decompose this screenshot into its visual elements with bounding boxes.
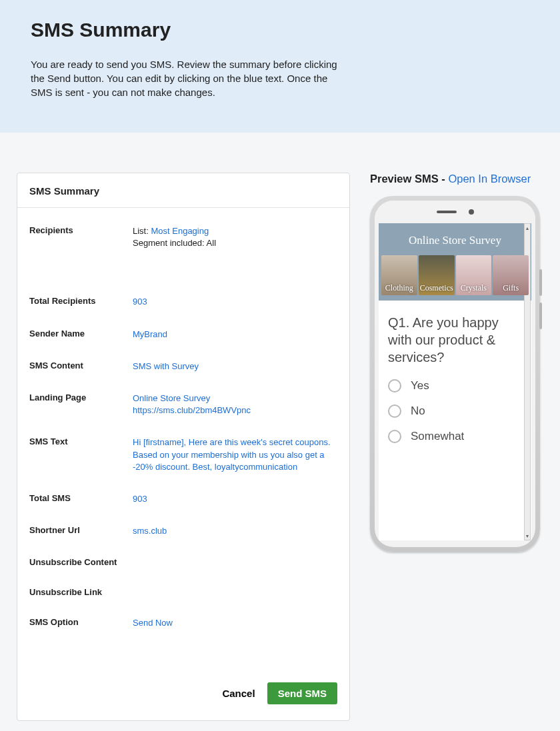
scrollbar-up-icon[interactable]: ▲ [525, 224, 530, 232]
row-landing-page: Landing Page Online Store Survey https:/… [29, 392, 337, 416]
survey-option-label: Yes [411, 379, 429, 392]
phone-side-button [539, 269, 542, 296]
total-recipients-label: Total Recipients [29, 296, 133, 306]
recipients-list-link[interactable]: Most Engaging [151, 226, 209, 236]
recipients-list-prefix: List: [133, 226, 151, 236]
unsubscribe-content-label: Unsubscribe Content [29, 557, 133, 567]
shortner-url-label: Shortner Url [29, 525, 133, 535]
row-sms-option: SMS Option Send Now [29, 617, 337, 629]
sms-text-link[interactable]: Hi [firstname], Here are this week's sec… [133, 437, 331, 471]
open-in-browser-link[interactable]: Open In Browser [448, 173, 531, 185]
row-unsubscribe-content: Unsubscribe Content [29, 557, 337, 567]
phone-frame: ▲ ▼ Online Store Survey Clothing Cosmeti… [370, 196, 540, 552]
preview-screen: ▲ ▼ Online Store Survey Clothing Cosmeti… [379, 223, 531, 540]
preview-title: Preview SMS - Open In Browser [370, 173, 543, 185]
radio-icon [388, 404, 401, 418]
sms-option-label: SMS Option [29, 617, 133, 627]
survey-question: Q1. Are you happy with our product & ser… [388, 314, 522, 366]
hero-category-label: Cosmetics [420, 283, 453, 295]
landing-page-label: Landing Page [29, 392, 133, 402]
hero-category-clothing[interactable]: Clothing [381, 255, 417, 295]
survey-option-somewhat[interactable]: Somewhat [388, 430, 522, 443]
sms-content-label: SMS Content [29, 361, 133, 370]
preview-title-prefix: Preview SMS - [370, 173, 448, 185]
hero-category-cosmetics[interactable]: Cosmetics [419, 255, 455, 295]
scrollbar-down-icon[interactable]: ▼ [525, 532, 530, 540]
card-title: SMS Summary [29, 185, 337, 197]
phone-camera-icon [469, 209, 474, 215]
phone-side-button [539, 303, 542, 329]
unsubscribe-link-label: Unsubscribe Link [29, 587, 133, 597]
landing-page-name-link[interactable]: Online Store Survey [133, 393, 210, 403]
page-description: You are ready to send you SMS. Review th… [31, 57, 344, 99]
page-title: SMS Summary [31, 19, 529, 41]
phone-notch [375, 201, 535, 223]
sms-option-link[interactable]: Send Now [133, 618, 173, 628]
radio-icon [388, 430, 401, 443]
total-sms-label: Total SMS [29, 493, 133, 503]
survey-hero: Online Store Survey Clothing Cosmetics C… [379, 223, 531, 301]
phone-speaker-icon [437, 211, 457, 213]
hero-category-label: Clothing [385, 283, 413, 295]
hero-category-gifts[interactable]: Gifts [493, 255, 529, 295]
row-total-recipients: Total Recipients 903 [29, 296, 337, 308]
page-header: SMS Summary You are ready to send you SM… [0, 0, 560, 133]
radio-icon [388, 379, 401, 392]
row-sms-content: SMS Content SMS with Survey [29, 361, 337, 372]
row-unsubscribe-link: Unsubscribe Link [29, 587, 337, 597]
hero-category-crystals[interactable]: Crystals [456, 255, 492, 295]
shortner-url-link[interactable]: sms.club [133, 526, 167, 536]
row-sender-name: Sender Name MyBrand [29, 329, 337, 341]
survey-option-label: No [411, 404, 425, 418]
sms-summary-card: SMS Summary Recipients List: Most Engagi… [17, 173, 350, 721]
hero-category-label: Gifts [503, 283, 519, 295]
total-sms-link[interactable]: 903 [133, 494, 147, 504]
survey-option-yes[interactable]: Yes [388, 379, 522, 392]
row-total-sms: Total SMS 903 [29, 493, 337, 505]
total-recipients-link[interactable]: 903 [133, 297, 147, 307]
sender-name-label: Sender Name [29, 329, 133, 339]
sender-name-link[interactable]: MyBrand [133, 329, 167, 339]
sms-content-link[interactable]: SMS with Survey [133, 361, 199, 371]
landing-page-url-link[interactable]: https://sms.club/2bm4BWVpnc [133, 405, 251, 415]
sms-text-label: SMS Text [29, 436, 133, 446]
survey-option-label: Somewhat [411, 430, 464, 443]
recipients-segment: Segment included: All [133, 238, 216, 248]
survey-hero-title: Online Store Survey [381, 234, 529, 247]
row-sms-text: SMS Text Hi [firstname], Here are this w… [29, 436, 337, 473]
survey-option-no[interactable]: No [388, 404, 522, 418]
send-sms-button[interactable]: Send SMS [267, 682, 337, 704]
row-shortner-url: Shortner Url sms.club [29, 525, 337, 537]
cancel-button[interactable]: Cancel [222, 688, 255, 699]
row-recipients: Recipients List: Most Engaging Segment i… [29, 225, 337, 249]
recipients-label: Recipients [29, 225, 133, 235]
hero-category-label: Crystals [461, 283, 487, 295]
